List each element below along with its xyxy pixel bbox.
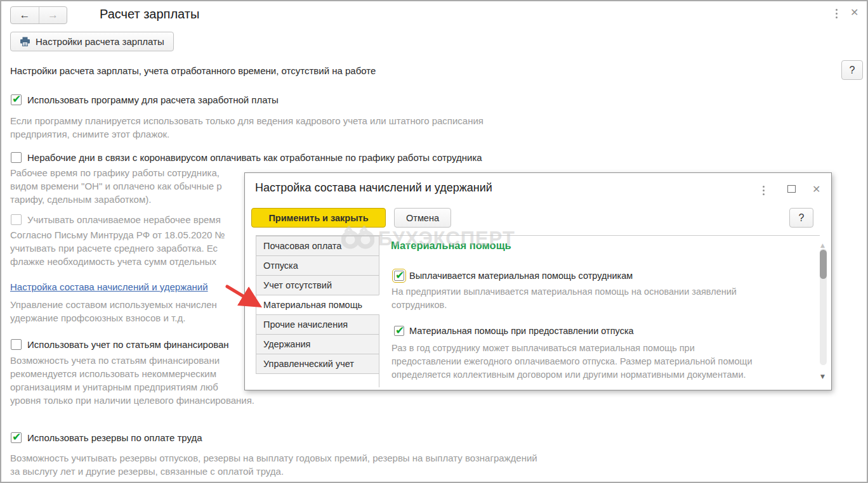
checkbox-pay-material-help[interactable]	[394, 271, 404, 281]
comment-pay-material-help: На предприятии выплачивается материальна…	[391, 285, 737, 312]
comment-line: Возможность учитывать резервы отпусков, …	[10, 451, 537, 465]
checkbox-row-pay-material-help[interactable]: Выплачивается материальная помощь сотруд…	[394, 271, 633, 281]
forward-arrow-icon	[48, 9, 58, 22]
accruals-settings-dialog: Настройка состава начислений и удержаний…	[244, 172, 832, 390]
comment-line: организациям и унитарным предприятиям лю…	[10, 380, 254, 394]
dialog-title: Настройка состава начислений и удержаний	[255, 181, 492, 195]
comment-accruals-link: Управление составом используемых начисле…	[10, 298, 217, 325]
dialog-body: Материальная помощь Выплачивается матери…	[256, 235, 820, 387]
comment-line: флажке необходимость учета сумм отдельны…	[10, 255, 225, 268]
help-button[interactable]: ?	[841, 60, 863, 80]
dialog-tab-list: Почасовая оплата Отпуска Учет отсутствий…	[256, 236, 379, 374]
comment-line: На предприятии выплачивается материальна…	[391, 285, 737, 299]
dialog-close-icon[interactable]	[812, 183, 820, 195]
checkbox-use-program[interactable]	[11, 94, 22, 105]
comment-line: уровня только при наличии целевого финан…	[10, 394, 254, 407]
checkbox-row-covid-days[interactable]: Нерабочие дни в связи с коронавирусом оп…	[11, 152, 482, 163]
checkbox-reserves[interactable]	[11, 432, 22, 443]
comment-line: предприятия, снимите этот флажок.	[10, 127, 483, 141]
comment-line: видом времени "ОН" и оплачено как обычны…	[10, 179, 222, 193]
checkbox-label: Нерабочие дни в связи с коронавирусом оп…	[27, 152, 482, 163]
back-arrow-icon	[20, 9, 30, 22]
checkbox-row-paid-nonworking: Учитывать оплачиваемое нерабочее время	[11, 214, 221, 225]
comment-line: Рабочее время по графику работы сотрудни…	[10, 166, 222, 179]
tab-other-accruals[interactable]: Прочие начисления	[256, 314, 379, 335]
scroll-down-icon[interactable]	[820, 370, 825, 381]
checkbox-label: Использовать учет по статьям финансирова…	[27, 339, 229, 350]
window-menu-icon[interactable]	[833, 6, 840, 21]
comment-line: Согласно Письму Минтруда РФ от 18.05.202…	[10, 228, 225, 242]
comment-line: сотрудников.	[391, 299, 737, 312]
salary-settings-print-button[interactable]: Настройки расчета зарплаты	[10, 32, 174, 51]
dialog-help-button[interactable]: ?	[789, 208, 813, 228]
back-button[interactable]	[11, 7, 39, 23]
comment-line: за выслугу лет и другие резервы, связанн…	[10, 465, 537, 478]
tab-absence-accounting[interactable]: Учет отсутствий	[256, 275, 379, 295]
cancel-button[interactable]: Отмена	[394, 208, 451, 228]
red-pointer-arrow-icon	[223, 283, 268, 313]
window-close-icon[interactable]	[850, 6, 858, 18]
comment-financing: Возможность учета по статьям финансирова…	[10, 354, 254, 407]
checkbox-row-financing[interactable]: Использовать учет по статьям финансирова…	[11, 339, 229, 350]
checkbox-label: Учитывать оплачиваемое нерабочее время	[27, 214, 221, 225]
comment-line: определяется коллективным договором или …	[391, 368, 753, 382]
checkbox-paid-nonworking	[11, 214, 22, 225]
comment-line: рекомендуется использовать некоммерчески…	[10, 367, 254, 380]
comment-covid-days: Рабочее время по графику работы сотрудни…	[10, 166, 222, 206]
checkbox-label: Использовать программу для расчета зараб…	[27, 94, 279, 105]
accruals-settings-link[interactable]: Настройка состава начислений и удержаний	[10, 281, 208, 292]
checkbox-vacation-material-help[interactable]	[394, 326, 404, 336]
tab-deductions[interactable]: Удержания	[256, 334, 379, 354]
checkbox-label: Выплачивается материальная помощь сотруд…	[409, 271, 633, 281]
comment-line: удержание профсоюзных взносов и т.д.	[10, 311, 217, 325]
printer-icon	[20, 37, 30, 46]
app-window: Расчет зарплаты Настройки расчета зарпла…	[0, 0, 868, 483]
checkbox-covid-days[interactable]	[11, 152, 22, 163]
checkbox-row-vacation-material-help[interactable]: Материальная помощь при предоставлении о…	[394, 326, 634, 336]
dialog-maximize-icon[interactable]	[787, 185, 796, 193]
comment-line: Возможность учета по статьям финансирова…	[10, 354, 254, 367]
dialog-content-panel: Материальная помощь Выплачивается матери…	[379, 236, 820, 387]
comment-line: Если программу планируется использовать …	[10, 114, 483, 127]
checkbox-financing[interactable]	[11, 339, 22, 350]
history-nav-group	[10, 6, 67, 24]
page-description: Настройки расчета зарплаты, учета отрабо…	[10, 65, 376, 76]
checkbox-label: Использовать резервы по оплате труда	[27, 432, 202, 443]
comment-line: тарифу, сдельным заработком).	[10, 193, 222, 206]
comment-line: предоставлении ежегодного оплачиваемого …	[391, 355, 753, 368]
tab-vacations[interactable]: Отпуска	[256, 255, 379, 276]
toolbar-button-label: Настройки расчета зарплаты	[36, 36, 164, 47]
apply-and-close-button[interactable]: Применить и закрыть	[251, 208, 386, 228]
comment-use-program: Если программу планируется использовать …	[10, 114, 483, 141]
forward-button[interactable]	[39, 7, 67, 23]
comment-line: Раз в год сотруднику может выплачиваться…	[391, 342, 753, 355]
comment-line: Управление составом используемых начисле…	[10, 298, 217, 311]
checkbox-row-use-program[interactable]: Использовать программу для расчета зараб…	[11, 94, 279, 105]
comment-mintrud: Согласно Письму Минтруда РФ от 18.05.202…	[10, 228, 225, 268]
tab-management-accounting[interactable]: Управленческий учет	[256, 354, 379, 374]
tab-hourly-pay[interactable]: Почасовая оплата	[256, 236, 379, 256]
comment-line: учитывать при расчете среднего заработка…	[10, 242, 225, 255]
comment-vacation-material-help: Раз в год сотруднику может выплачиваться…	[391, 342, 753, 382]
page-title: Расчет зарплаты	[100, 7, 199, 22]
checkbox-label: Материальная помощь при предоставлении о…	[409, 326, 634, 336]
dialog-menu-icon[interactable]	[760, 183, 767, 198]
checkbox-row-reserves[interactable]: Использовать резервы по оплате труда	[11, 432, 202, 443]
content-scrollbar[interactable]	[819, 236, 828, 387]
comment-reserves: Возможность учитывать резервы отпусков, …	[10, 451, 537, 478]
section-heading: Материальная помощь	[391, 240, 511, 252]
tab-material-help[interactable]: Материальная помощь	[256, 295, 379, 315]
scrollbar-thumb[interactable]	[820, 250, 827, 279]
scrollbar-track[interactable]	[820, 248, 827, 365]
